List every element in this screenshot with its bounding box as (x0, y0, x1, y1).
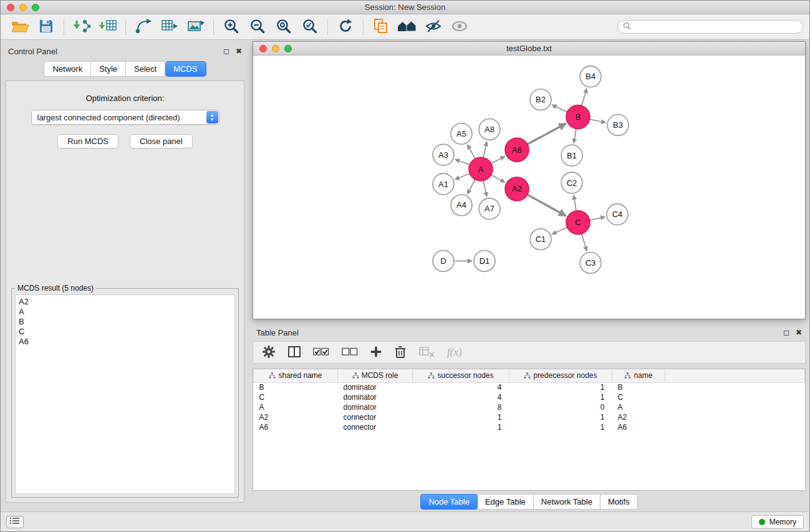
zoom-window-button[interactable] (32, 4, 39, 11)
function-builder-button-disabled[interactable]: f(x) (447, 343, 462, 362)
table-row[interactable]: Cdominator41C (254, 392, 805, 402)
node-label-A5: A5 (456, 129, 466, 138)
tab-mcds[interactable]: MCDS (165, 61, 206, 77)
control-panel: Control Panel ◻ ✖ NetworkStyleSelectMCDS… (6, 41, 244, 503)
column-header-predecessor-nodes[interactable]: predecessor nodes (509, 369, 612, 382)
edge-A-A1[interactable] (455, 173, 470, 179)
window-titlebar: Session: New Session (1, 1, 809, 14)
table-row[interactable]: A6connector11A6 (254, 422, 805, 432)
close-panel-button[interactable]: Close panel (130, 134, 193, 148)
run-mcds-button[interactable]: Run MCDS (57, 134, 118, 148)
column-header-name[interactable]: name (612, 369, 665, 382)
zoom-fit-icon (276, 18, 292, 36)
edge-C-C1[interactable] (552, 227, 567, 234)
edge-C-C2[interactable] (574, 195, 576, 211)
tab-select[interactable]: Select (126, 61, 165, 77)
column-header-MCDS-role[interactable]: MCDS role (338, 369, 413, 382)
close-window-button[interactable] (7, 4, 14, 11)
zoom-selected-button[interactable] (297, 16, 323, 37)
toolbar-search (617, 20, 803, 34)
network-view-window: testGlobe.txt B4B2BB3A5A8A6A3B1AC2A1A2A4… (253, 41, 806, 319)
mcds-result-item[interactable]: A6 (19, 337, 231, 347)
edge-A-A8[interactable] (483, 142, 487, 158)
node-label-A1: A1 (438, 180, 448, 189)
minimize-window-button[interactable] (19, 4, 27, 11)
home-panels-button[interactable] (394, 16, 420, 37)
deselect-all-columns-button[interactable] (342, 343, 358, 362)
mcds-result-item[interactable]: C (19, 327, 231, 337)
tab-edge-table[interactable]: Edge Table (478, 494, 534, 510)
minimize-network-window-button[interactable] (272, 45, 279, 52)
tab-node-table[interactable]: Node Table (420, 494, 478, 510)
tab-network-table[interactable]: Network Table (534, 494, 600, 510)
show-details-button[interactable] (420, 16, 446, 37)
mcds-result-item[interactable]: A2 (19, 297, 231, 307)
table-row[interactable]: A2connector11A2 (254, 412, 805, 422)
table-settings-button[interactable] (262, 343, 276, 362)
edge-B-B2[interactable] (552, 105, 567, 112)
mcds-result-list[interactable]: A2ABCA6 (15, 294, 235, 494)
optimization-criterion-select[interactable]: largest connected component (directed) ▲… (31, 110, 219, 125)
edge-A-A7[interactable] (483, 181, 487, 197)
close-panel-icon[interactable]: ✖ (796, 328, 802, 337)
tab-style[interactable]: Style (91, 61, 126, 77)
delete-table-button-disabled[interactable] (419, 343, 435, 362)
edge-C-C4[interactable] (590, 217, 605, 220)
delete-column-button[interactable] (394, 343, 407, 362)
mcds-result-item[interactable]: A (19, 307, 231, 317)
refresh-button[interactable] (332, 16, 359, 37)
export-table-button[interactable] (157, 16, 183, 37)
edge-A-A4[interactable] (467, 180, 475, 194)
document-button[interactable] (368, 16, 394, 37)
network-window-title: testGlobe.txt (253, 44, 805, 53)
edge-B-B4[interactable] (582, 89, 587, 106)
table-row[interactable]: Bdominator41B (254, 382, 805, 392)
edge-A2-C[interactable] (528, 195, 566, 216)
close-network-window-button[interactable] (259, 45, 267, 52)
edge-A6-B[interactable] (528, 123, 566, 144)
export-network-button[interactable] (130, 16, 157, 37)
panel-divider[interactable] (253, 319, 806, 326)
search-input[interactable] (634, 22, 798, 31)
main-area: Control Panel ◻ ✖ NetworkStyleSelectMCDS… (1, 40, 809, 511)
network-canvas-svg[interactable]: B4B2BB3A5A8A6A3B1AC2A1A2A4A7C4CC1DD1C3 (253, 56, 805, 319)
node-label-A: A (478, 165, 484, 174)
column-header-shared-name[interactable]: shared name (254, 369, 338, 382)
column-header-successor-nodes[interactable]: successor nodes (413, 369, 509, 382)
float-panel-icon[interactable]: ◻ (783, 328, 789, 337)
table-row[interactable]: Adominator80A (254, 402, 805, 412)
add-column-button[interactable] (370, 343, 382, 362)
edge-A-A3[interactable] (455, 159, 470, 165)
memory-status-icon (759, 519, 765, 525)
select-all-columns-button[interactable] (313, 343, 329, 362)
eye-button[interactable] (446, 16, 473, 37)
open-session-button[interactable] (7, 16, 33, 37)
import-network-button[interactable] (69, 16, 95, 37)
float-panel-icon[interactable]: ◻ (223, 47, 229, 56)
import-table-button[interactable] (95, 16, 121, 37)
node-table[interactable]: shared nameMCDS rolesuccessor nodesprede… (253, 369, 806, 491)
application-window: Session: New Session (0, 0, 810, 532)
zoom-out-button[interactable] (244, 16, 271, 37)
edge-A-A2[interactable] (491, 175, 505, 182)
memory-button[interactable]: Memory (751, 515, 804, 529)
zoom-in-button[interactable] (218, 16, 244, 37)
task-history-button[interactable] (6, 516, 24, 528)
mcds-result-item[interactable]: B (19, 317, 231, 327)
save-session-button[interactable] (33, 16, 59, 37)
show-columns-button[interactable] (288, 343, 301, 362)
zoom-network-window-button[interactable] (284, 45, 292, 52)
node-label-A8: A8 (485, 125, 494, 134)
network-canvas[interactable]: B4B2BB3A5A8A6A3B1AC2A1A2A4A7C4CC1DD1C3 (253, 56, 805, 319)
zoom-fit-button[interactable] (271, 16, 297, 37)
edge-B-B1[interactable] (574, 128, 576, 143)
edge-A-A6[interactable] (491, 157, 505, 164)
edge-A-A5[interactable] (468, 145, 475, 159)
edge-B-B3[interactable] (590, 119, 606, 122)
export-image-button[interactable] (183, 16, 209, 37)
tab-network[interactable]: Network (44, 61, 91, 77)
control-panel-actions: ◻ ✖ (223, 47, 242, 56)
edge-C-C3[interactable] (582, 234, 587, 251)
tab-motifs[interactable]: Motifs (600, 494, 638, 510)
close-panel-icon[interactable]: ✖ (236, 47, 242, 56)
